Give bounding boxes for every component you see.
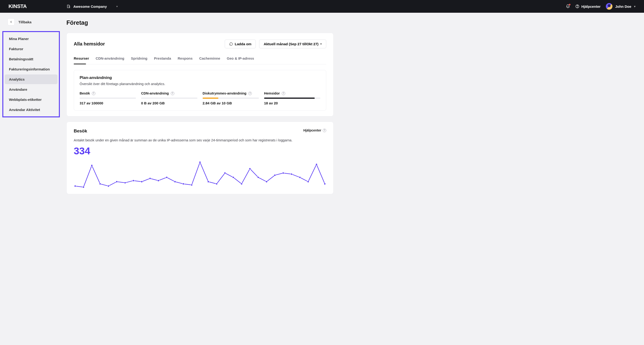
metric-hemsidor: Hemsidor?18 av 20 — [264, 91, 320, 105]
metric-diskutrymmes-anv-ndning: Diskutrymmes-användning?2.84 GB av 10 GB — [202, 91, 259, 105]
back-label: Tillbaka — [18, 20, 32, 24]
period-label: Aktuell månad (Sep 27 tillOkt 27) — [264, 42, 318, 46]
tab-respons[interactable]: Respons — [178, 55, 192, 64]
svg-point-2 — [577, 7, 577, 7]
plan-usage-title: Plan-användning — [80, 75, 320, 80]
main-content: Företag Alla hemsidor Ladda om Aktuell m… — [62, 13, 350, 199]
company-switcher[interactable]: Awesome Company ▾ — [67, 5, 118, 9]
metric-bar — [202, 98, 259, 99]
help-icon[interactable]: ? — [92, 92, 96, 95]
metric-bes-k: Besök?317 av 100000 — [80, 91, 136, 105]
metric-label: Hemsidor — [264, 91, 280, 95]
topbar: KINSTA Awesome Company ▾ Hjälpcenter Joh… — [0, 0, 644, 13]
metric-label: Diskutrymmes-användning — [202, 91, 246, 95]
notifications-button[interactable] — [566, 4, 570, 9]
chart-point — [158, 180, 159, 181]
metric-cdn-anv-ndning: CDN-användning?0 B av 200 GB — [141, 91, 198, 105]
chevron-down-icon: ▾ — [320, 43, 322, 46]
chevron-down-icon: ▾ — [634, 5, 636, 8]
tab-resurser[interactable]: Resurser — [74, 55, 89, 64]
visits-help-link[interactable]: Hjälpcenter ? — [304, 128, 326, 132]
sidebar-item-användare[interactable]: Användare — [5, 85, 58, 94]
chart-point — [232, 177, 234, 178]
all-sites-card: Alla hemsidor Ladda om Aktuell månad (Se… — [66, 33, 334, 116]
chart-point — [216, 183, 218, 185]
tab-spridning[interactable]: Spridning — [131, 55, 148, 64]
chart-point — [166, 177, 168, 178]
metric-value: 18 av 20 — [264, 101, 320, 105]
avatar — [606, 3, 612, 10]
plan-usage-card: Plan-användning Översikt över ditt föret… — [74, 70, 326, 111]
building-icon — [67, 5, 70, 8]
chart-point — [266, 181, 267, 183]
tab-cacheminne[interactable]: Cacheminne — [199, 55, 220, 64]
metric-bar — [141, 98, 198, 99]
sidebar-item-betalningssätt[interactable]: Betalningssätt — [5, 54, 58, 64]
help-icon[interactable]: ? — [248, 92, 252, 95]
chart-point — [124, 182, 126, 184]
all-sites-title: Alla hemsidor — [74, 41, 105, 47]
metric-value: 317 av 100000 — [80, 101, 136, 105]
metric-bar — [264, 98, 320, 99]
chevron-down-icon: ▾ — [116, 5, 118, 8]
visits-card: Besök Hjälpcenter ? Antalet besök under … — [66, 122, 334, 194]
visits-title: Besök — [74, 128, 87, 134]
sidebar-item-mina-planer[interactable]: Mina Planer — [5, 34, 58, 44]
metric-bar — [80, 98, 136, 99]
chart-point — [249, 168, 251, 169]
metric-value: 0 B av 200 GB — [141, 101, 198, 105]
sidebar-item-fakturor[interactable]: Fakturor — [5, 44, 58, 54]
chart-point — [91, 165, 92, 166]
visits-chart — [74, 159, 326, 194]
tab-prestanda[interactable]: Prestanda — [154, 55, 171, 64]
chart-point — [108, 185, 109, 187]
metric-value: 2.84 GB av 10 GB — [202, 101, 259, 105]
chart-point — [316, 164, 317, 165]
back-button[interactable] — [8, 18, 14, 26]
chart-point — [282, 172, 284, 174]
notification-dot — [569, 4, 570, 6]
chart-point — [83, 186, 84, 188]
chart-point — [308, 181, 309, 183]
sidebar-item-analytics[interactable]: Analytics — [5, 75, 58, 84]
reload-button[interactable]: Ladda om — [225, 40, 256, 48]
chart-point — [324, 183, 326, 185]
reload-label: Ladda om — [235, 42, 252, 46]
chart-point — [274, 174, 276, 176]
period-selector[interactable]: Aktuell månad (Sep 27 tillOkt 27) ▾ — [259, 40, 326, 48]
tab-geo-ip-adress[interactable]: Geo & IP-adress — [227, 55, 254, 64]
reload-icon — [229, 42, 233, 46]
chart-point — [141, 181, 142, 183]
plan-usage-metrics: Besök?317 av 100000CDN-användning?0 B av… — [80, 91, 320, 105]
chart-point — [299, 177, 300, 178]
logo: KINSTA — [8, 3, 26, 10]
sidebar-item-webbplats-etiketter[interactable]: Webbplats-etiketter — [5, 95, 58, 104]
help-icon: ? — [323, 129, 326, 132]
tab-cdn-anv-ndning[interactable]: CDN-användning — [96, 55, 124, 64]
user-menu[interactable]: John Doe ▾ — [606, 3, 636, 10]
chart-line — [75, 162, 325, 187]
user-name: John Doe — [615, 5, 631, 9]
chart-point — [258, 177, 259, 178]
company-name: Awesome Company — [73, 5, 107, 9]
visits-help-label: Hjälpcenter — [304, 128, 321, 132]
metric-label: CDN-användning — [141, 91, 169, 95]
chart-point — [100, 183, 101, 185]
metric-label: Besök — [80, 91, 90, 95]
visits-desc: Antalet besök under en given månad är su… — [74, 138, 326, 142]
help-icon[interactable]: ? — [282, 92, 285, 95]
plan-usage-desc: Översikt över ditt företags plananvändni… — [80, 82, 320, 86]
help-center-link[interactable]: Hjälpcenter — [575, 4, 601, 9]
sidebar: Tillbaka Mina PlanerFakturorBetalningssä… — [0, 13, 62, 199]
chart-point — [174, 181, 176, 183]
chart-point — [182, 183, 184, 185]
chart-point — [149, 178, 151, 179]
chart-point — [191, 184, 192, 186]
chart-point — [116, 181, 118, 183]
help-icon[interactable]: ? — [171, 92, 174, 95]
sidebar-item-faktureringsinformation[interactable]: Faktureringsinformation — [5, 64, 58, 74]
sidebar-item-användar-aktivitet[interactable]: Användar Aktivitet — [5, 105, 58, 115]
chart-point — [241, 183, 242, 185]
chart-point — [224, 172, 226, 174]
chart-point — [132, 180, 134, 181]
